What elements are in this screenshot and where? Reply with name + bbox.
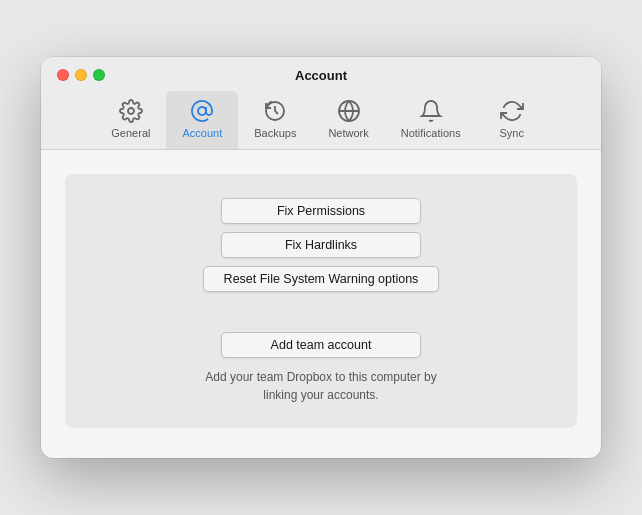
titlebar: Account General: [41, 57, 601, 150]
tab-account-label: Account: [182, 127, 222, 139]
tab-backups-label: Backups: [254, 127, 296, 139]
traffic-lights: [57, 69, 105, 81]
team-description: Add your team Dropbox to this computer b…: [196, 368, 446, 404]
svg-point-0: [128, 108, 134, 114]
tab-sync[interactable]: Sync: [477, 91, 547, 149]
svg-point-1: [198, 107, 206, 115]
tab-general[interactable]: General: [95, 91, 166, 149]
add-team-account-button[interactable]: Add team account: [221, 332, 421, 358]
tab-general-label: General: [111, 127, 150, 139]
main-window: Account General: [41, 57, 601, 458]
toolbar: General Account: [57, 91, 585, 149]
tab-network-label: Network: [328, 127, 368, 139]
maximize-button[interactable]: [93, 69, 105, 81]
globe-icon: [335, 97, 363, 125]
minimize-button[interactable]: [75, 69, 87, 81]
team-section: Add team account Add your team Dropbox t…: [196, 332, 446, 404]
tab-notifications[interactable]: Notifications: [385, 91, 477, 149]
gear-icon: [117, 97, 145, 125]
sync-icon: [498, 97, 526, 125]
settings-panel: Fix Permissions Fix Hardlinks Reset File…: [65, 174, 577, 428]
titlebar-top: Account: [57, 69, 585, 81]
fix-permissions-button[interactable]: Fix Permissions: [221, 198, 421, 224]
clock-icon: [261, 97, 289, 125]
tab-network[interactable]: Network: [312, 91, 384, 149]
tab-backups[interactable]: Backups: [238, 91, 312, 149]
content-area: Fix Permissions Fix Hardlinks Reset File…: [41, 150, 601, 458]
window-title: Account: [295, 68, 347, 83]
fix-hardlinks-button[interactable]: Fix Hardlinks: [221, 232, 421, 258]
close-button[interactable]: [57, 69, 69, 81]
tab-sync-label: Sync: [499, 127, 523, 139]
at-icon: [188, 97, 216, 125]
tab-account[interactable]: Account: [166, 91, 238, 149]
tab-notifications-label: Notifications: [401, 127, 461, 139]
bell-icon: [417, 97, 445, 125]
reset-fs-button[interactable]: Reset File System Warning options: [203, 266, 440, 292]
